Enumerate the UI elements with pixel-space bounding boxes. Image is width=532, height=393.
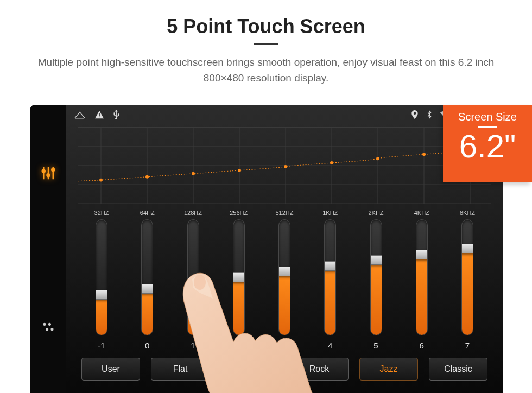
slider-knob[interactable] [416, 250, 428, 259]
svg-point-30 [376, 157, 379, 160]
band-value-label: 0 [145, 341, 149, 350]
badge-underline [478, 126, 497, 128]
slider-knob[interactable] [461, 244, 473, 253]
preset-row: UserFlatPopRockJazzClassic [66, 350, 503, 381]
usb-icon [113, 110, 119, 119]
eq-slider[interactable] [96, 219, 107, 335]
band-value-label: 3 [282, 341, 287, 350]
eq-band: 2KHZ5 [356, 210, 396, 350]
band-value-label: 5 [373, 341, 378, 350]
svg-point-3 [47, 174, 50, 176]
eq-slider[interactable] [416, 219, 428, 335]
band-freq-label: 1KHZ [322, 210, 338, 216]
badge-label: Screen Size [443, 111, 532, 123]
page-subtitle: Multiple point high-sensitive touchscree… [0, 55, 532, 86]
preset-classic-button[interactable]: Classic [429, 358, 487, 381]
svg-point-5 [52, 168, 54, 171]
bluetooth-icon [426, 110, 433, 119]
eq-band: 32HZ-1 [81, 210, 122, 350]
svg-rect-11 [99, 113, 99, 116]
eq-slider[interactable] [233, 219, 245, 335]
device-screen: 19:25 [30, 105, 503, 393]
eq-slider[interactable] [187, 219, 199, 335]
band-value-label: 7 [465, 341, 470, 350]
preset-pop-button[interactable]: Pop [220, 358, 279, 381]
preset-user-button[interactable]: User [81, 358, 140, 381]
status-bar: 19:25 [66, 105, 503, 124]
band-freq-label: 32HZ [94, 210, 109, 216]
band-value-label: 6 [420, 341, 424, 350]
band-freq-label: 256HZ [230, 210, 248, 216]
band-freq-label: 512HZ [275, 210, 293, 216]
eq-bands: 32HZ-164HZ0128HZ1256HZ2512HZ31KHZ42KHZ54… [66, 205, 503, 350]
svg-point-9 [50, 328, 53, 331]
page-title: 5 Point Touch Screen [0, 15, 532, 38]
slider-knob[interactable] [96, 290, 107, 300]
band-freq-label: 128HZ [184, 210, 202, 216]
svg-rect-12 [99, 117, 99, 117]
eq-slider[interactable] [370, 219, 382, 335]
band-value-label: 4 [328, 341, 332, 350]
band-freq-label: 8KHZ [460, 210, 475, 216]
slider-knob[interactable] [187, 278, 199, 288]
band-freq-label: 64HZ [140, 210, 155, 216]
svg-point-8 [46, 328, 48, 331]
eq-band: 8KHZ7 [447, 210, 487, 350]
eq-band: 512HZ3 [264, 210, 305, 350]
eq-band: 128HZ1 [173, 210, 213, 350]
preset-rock-button[interactable]: Rock [290, 358, 349, 381]
slider-knob[interactable] [233, 272, 245, 282]
band-freq-label: 2KHZ [368, 210, 383, 216]
svg-point-1 [42, 170, 45, 173]
equalizer-icon[interactable] [40, 165, 56, 183]
eq-slider[interactable] [324, 219, 336, 335]
eq-band: 1KHZ4 [310, 210, 350, 350]
preset-jazz-button[interactable]: Jazz [359, 358, 418, 381]
sidebar [30, 105, 66, 393]
band-freq-label: 4KHZ [414, 210, 429, 216]
eq-slider[interactable] [141, 219, 153, 335]
slider-knob[interactable] [278, 267, 290, 276]
location-icon [411, 110, 419, 119]
band-value-label: 1 [191, 341, 195, 350]
preset-flat-button[interactable]: Flat [151, 358, 210, 381]
eq-curve-graph [78, 127, 491, 204]
band-value-label: 2 [237, 341, 241, 350]
band-value-label: -1 [98, 341, 105, 350]
svg-point-6 [43, 323, 46, 326]
screen-size-badge: Screen Size 6.2" [443, 105, 532, 182]
slider-knob[interactable] [324, 261, 336, 271]
warning-icon [94, 110, 104, 119]
eq-slider[interactable] [278, 219, 290, 335]
home-icon[interactable] [74, 110, 86, 119]
title-underline [254, 43, 278, 45]
eq-band: 4KHZ6 [402, 210, 442, 350]
slider-knob[interactable] [141, 284, 153, 294]
more-icon[interactable] [41, 319, 56, 337]
slider-knob[interactable] [370, 255, 382, 265]
eq-band: 64HZ0 [127, 210, 167, 350]
eq-slider[interactable] [461, 219, 473, 335]
svg-point-24 [99, 179, 103, 182]
eq-band: 256HZ2 [219, 210, 259, 350]
badge-value: 6.2" [443, 129, 532, 164]
svg-point-7 [48, 323, 51, 326]
